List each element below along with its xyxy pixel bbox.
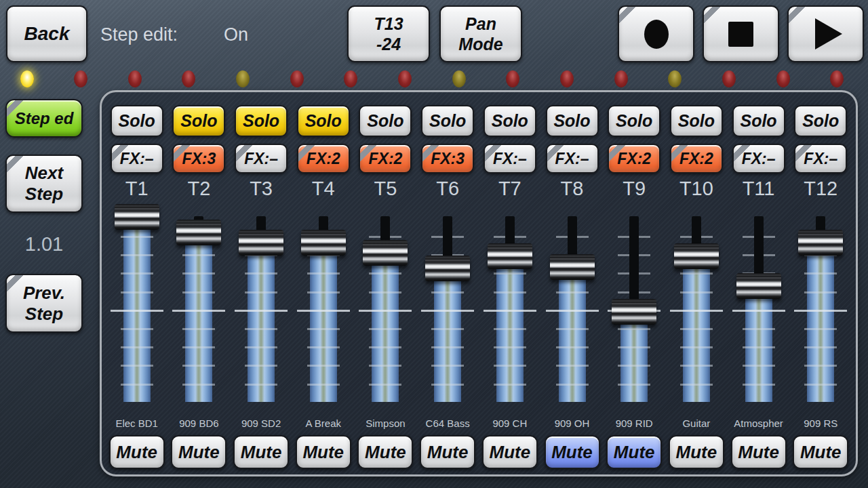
tick-mark: [369, 384, 401, 386]
sample-name: A Break: [305, 417, 341, 430]
tick-mark: [182, 346, 215, 348]
mute-button[interactable]: Mute: [420, 435, 475, 469]
solo-button[interactable]: Solo: [670, 105, 723, 137]
solo-button[interactable]: Solo: [484, 105, 536, 137]
fx-button[interactable]: FX:2: [297, 144, 350, 174]
fx-button[interactable]: FX:2: [670, 144, 723, 174]
solo-button[interactable]: Solo: [608, 105, 660, 137]
tick-mark: [494, 346, 526, 348]
fader-knob[interactable]: [176, 220, 221, 245]
center-tick-mark: [732, 310, 785, 312]
tick-mark: [494, 384, 526, 386]
fader-knob[interactable]: [115, 204, 159, 230]
mute-button[interactable]: Mute: [731, 435, 787, 469]
solo-button[interactable]: Solo: [359, 105, 412, 137]
tick-mark: [804, 346, 837, 348]
fx-button[interactable]: FX:–: [235, 144, 288, 174]
record-button[interactable]: [618, 5, 694, 62]
fader-knob[interactable]: [488, 243, 532, 269]
channel-T5: Solo FX:2 T5 Simpson Mute: [355, 92, 415, 474]
fader-knob[interactable]: [363, 240, 408, 266]
sample-name: 909 BD6: [179, 417, 218, 430]
mute-button[interactable]: Mute: [482, 435, 538, 469]
tick-mark: [369, 346, 401, 348]
fader[interactable]: [107, 203, 167, 406]
step-ed-button[interactable]: Step ed: [5, 99, 83, 138]
tick-mark: [369, 272, 401, 274]
tick-mark: [680, 291, 713, 293]
next-step-button[interactable]: Next Step: [5, 155, 83, 213]
back-button[interactable]: Back: [6, 5, 87, 62]
fader[interactable]: [729, 203, 789, 406]
fx-button[interactable]: FX:3: [172, 144, 225, 174]
channel-T10: Solo FX:2 T10 Guitar Mute: [667, 92, 726, 474]
tick-mark: [182, 365, 215, 367]
solo-button[interactable]: Solo: [421, 105, 474, 137]
fader-knob[interactable]: [798, 230, 843, 256]
fader-knob[interactable]: [612, 299, 656, 325]
mute-button[interactable]: Mute: [669, 435, 724, 469]
tick-mark: [556, 328, 589, 330]
fader[interactable]: [480, 203, 540, 406]
track-label: T4: [312, 174, 335, 203]
solo-button[interactable]: Solo: [546, 105, 599, 137]
fader[interactable]: [169, 203, 229, 406]
fader-knob[interactable]: [425, 256, 470, 281]
fader[interactable]: [294, 203, 353, 406]
mute-button[interactable]: Mute: [233, 435, 289, 469]
mute-button[interactable]: Mute: [793, 435, 848, 469]
mute-button[interactable]: Mute: [109, 435, 165, 469]
mute-button[interactable]: Mute: [296, 435, 351, 469]
mute-button[interactable]: Mute: [171, 435, 226, 469]
play-button[interactable]: [787, 5, 864, 62]
tick-mark: [556, 365, 589, 367]
solo-button[interactable]: Solo: [235, 105, 288, 137]
center-tick-mark: [794, 310, 847, 312]
fader-knob[interactable]: [301, 230, 346, 256]
fx-button[interactable]: FX:–: [484, 144, 536, 174]
sample-name: C64 Bass: [426, 417, 470, 430]
prev-step-button[interactable]: Prev. Step: [5, 274, 83, 333]
track-bank-button[interactable]: T13 -24: [347, 5, 430, 62]
fader[interactable]: [604, 203, 664, 406]
solo-button[interactable]: Solo: [172, 105, 225, 137]
fader[interactable]: [791, 203, 850, 406]
fx-button[interactable]: FX:2: [359, 144, 412, 174]
fx-button[interactable]: FX:–: [794, 144, 847, 174]
fader[interactable]: [542, 203, 602, 406]
tick-mark: [245, 272, 277, 274]
tick-mark: [556, 384, 589, 386]
center-tick-mark: [546, 310, 599, 312]
solo-button[interactable]: Solo: [732, 105, 785, 137]
fader[interactable]: [355, 203, 415, 406]
fader[interactable]: [418, 203, 477, 406]
solo-button[interactable]: Solo: [794, 105, 847, 137]
fader-knob[interactable]: [674, 243, 719, 269]
fader-knob[interactable]: [239, 230, 283, 256]
fx-button[interactable]: FX:–: [111, 144, 163, 174]
solo-button[interactable]: Solo: [297, 105, 350, 137]
fader[interactable]: [231, 203, 291, 406]
stop-button[interactable]: [703, 5, 779, 62]
mute-button[interactable]: Mute: [357, 435, 413, 469]
fx-button[interactable]: FX:–: [546, 144, 599, 174]
solo-button[interactable]: Solo: [111, 105, 163, 137]
sample-name: 909 OH: [555, 417, 590, 430]
tick-mark: [121, 254, 153, 256]
track-label: T1: [125, 174, 149, 203]
fader-track: [310, 243, 337, 402]
fader-knob[interactable]: [550, 254, 595, 280]
fx-button[interactable]: FX:–: [732, 144, 785, 174]
pan-mode-button[interactable]: Pan Mode: [439, 5, 522, 62]
fader[interactable]: [667, 203, 726, 406]
tick-mark: [743, 328, 775, 330]
sample-name: 909 RID: [616, 417, 653, 430]
mute-button[interactable]: Mute: [606, 435, 662, 469]
step-edit-label: Step edit:: [100, 24, 178, 45]
fx-button[interactable]: FX:2: [608, 144, 660, 174]
tick-mark: [618, 365, 650, 367]
mute-button[interactable]: Mute: [545, 435, 600, 469]
fader-knob[interactable]: [736, 273, 781, 299]
fx-button[interactable]: FX:3: [421, 144, 474, 174]
tick-mark: [121, 384, 153, 386]
